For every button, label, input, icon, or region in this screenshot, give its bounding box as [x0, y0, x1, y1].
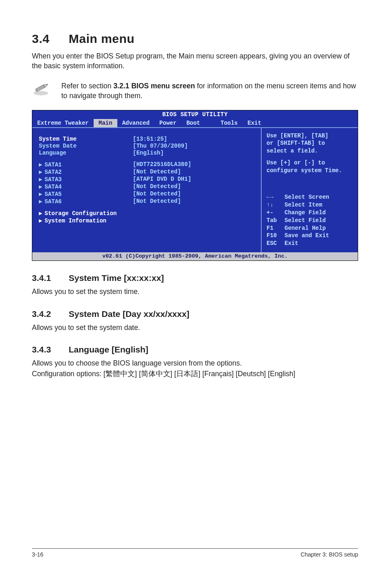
row-system-date[interactable]: System Date [Thu 07/30/2009] [39, 143, 257, 149]
val-sata1: [HDT722516DLA380] [133, 161, 191, 168]
bios-tab-extreme[interactable]: Extreme Tweaker [32, 119, 94, 127]
lbl-system-time: System Time [39, 136, 133, 142]
help-l5: configure system Time. [267, 167, 354, 175]
sub-num-343: 3.4.3 [32, 345, 69, 355]
row-system-time[interactable]: System Time [13:51:25] [39, 136, 257, 142]
section-title-text: Main menu [69, 32, 134, 45]
lbl-sata5: SATA5 [45, 191, 62, 197]
lbl-sata1: SATA1 [45, 162, 62, 168]
triangle-icon: ▶ [39, 217, 45, 224]
val-sata6: [Not Detected] [133, 198, 181, 205]
section-heading: 3.4Main menu [32, 32, 358, 46]
key-d1: Select Item [285, 201, 354, 209]
sub-title-343: Language [English] [69, 345, 148, 354]
lbl-sata6: SATA6 [45, 198, 62, 205]
bios-tab-advanced[interactable]: Advanced [117, 119, 155, 127]
sub-title-342: System Date [Day xx/xx/xxxx] [69, 309, 189, 319]
key-d3: Select Field [285, 217, 354, 224]
footer-page-number: 3-16 [32, 551, 43, 558]
triangle-icon: ▶ [39, 191, 45, 197]
row-sata4[interactable]: ▶SATA4 [Not Detected] [39, 183, 257, 190]
key-d4: General Help [285, 224, 354, 232]
help-l3: select a field. [267, 147, 354, 155]
note-pre: Refer to section [61, 82, 113, 90]
help-l2: or [SHIFT-TAB] to [267, 139, 354, 147]
note-text: Refer to section 3.2.1 BIOS menu screen … [61, 81, 358, 101]
sub-body-341: Allows you to set the system time. [32, 287, 358, 297]
row-sata1[interactable]: ▶SATA1 [HDT722516DLA380] [39, 161, 257, 168]
note-block: Refer to section 3.2.1 BIOS menu screen … [32, 81, 358, 101]
sub-body-343a: Allows you to choose the BIOS language v… [32, 359, 358, 368]
lbl-storage-config: Storage Configuration [45, 210, 117, 217]
bios-left-pane: System Time [13:51:25] System Date [Thu … [32, 128, 262, 253]
sub-heading-341: 3.4.1System Time [xx:xx:xx] [32, 273, 358, 283]
lbl-system-info: System Information [45, 218, 106, 224]
key-d5: Save and Exit [285, 232, 354, 240]
triangle-icon: ▶ [39, 161, 45, 168]
bios-screenshot: BIOS SETUP UTILITY Extreme Tweaker Main … [32, 110, 358, 261]
triangle-icon: ▶ [39, 183, 45, 190]
lbl-sata2: SATA2 [45, 169, 62, 175]
key-arrows-lr: ←→ [267, 193, 285, 201]
triangle-icon: ▶ [39, 176, 45, 183]
pencil-note-icon [32, 81, 50, 98]
note-bold: 3.2.1 BIOS menu screen [113, 82, 195, 90]
sub-heading-342: 3.4.2System Date [Day xx/xx/xxxx] [32, 309, 358, 319]
lbl-sata3: SATA3 [45, 176, 62, 183]
triangle-icon: ▶ [39, 168, 45, 175]
row-sata2[interactable]: ▶SATA2 [Not Detected] [39, 168, 257, 175]
key-f10: F10 [267, 232, 285, 240]
lbl-system-date: System Date [39, 143, 133, 149]
triangle-icon: ▶ [39, 198, 45, 205]
val-system-date: [Thu 07/30/2009] [133, 143, 188, 149]
bios-help-pane: Use [ENTER], [TAB] or [SHIFT-TAB] to sel… [262, 128, 358, 253]
key-arrows-ud: ↑↓ [267, 201, 285, 209]
footer-chapter: Chapter 3: BIOS setup [300, 551, 358, 558]
help-l1: Use [ENTER], [TAB] [267, 132, 354, 140]
page-footer: 3-16 Chapter 3: BIOS setup [32, 548, 358, 558]
bios-title: BIOS SETUP UTILITY [32, 110, 358, 119]
bios-copyright: v02.61 (C)Copyright 1985-2009, American … [32, 252, 358, 260]
key-esc: ESC [267, 240, 285, 247]
key-d0: Select Screen [285, 193, 354, 201]
val-sata4: [Not Detected] [133, 183, 181, 190]
lbl-sata4: SATA4 [45, 184, 62, 190]
row-sata5[interactable]: ▶SATA5 [Not Detected] [39, 191, 257, 197]
sub-title-341: System Time [xx:xx:xx] [69, 273, 164, 283]
val-sata5: [Not Detected] [133, 191, 181, 197]
row-sata6[interactable]: ▶SATA6 [Not Detected] [39, 198, 257, 205]
sub-num-341: 3.4.1 [32, 273, 69, 283]
sub-body-342: Allows you to set the system date. [32, 323, 358, 333]
help-l4: Use [+] or [-] to [267, 159, 354, 167]
key-d6: Exit [285, 240, 354, 247]
val-system-time: [13:51:25] [133, 136, 167, 142]
row-system-info[interactable]: ▶System Information [39, 217, 257, 224]
bios-key-legend: ←→Select Screen ↑↓Select Item +-Change F… [267, 193, 354, 247]
section-number: 3.4 [32, 32, 69, 46]
bios-tab-power[interactable]: Power [155, 119, 182, 127]
row-storage-config[interactable]: ▶Storage Configuration [39, 210, 257, 217]
val-sata2: [Not Detected] [133, 168, 181, 175]
bios-tab-tools[interactable]: Tools [215, 119, 242, 127]
bios-menubar: Extreme Tweaker Main Advanced Power Boot… [32, 119, 358, 127]
intro-paragraph: When you enter the BIOS Setup program, t… [32, 52, 358, 71]
sub-num-342: 3.4.2 [32, 309, 69, 319]
lbl-language: Language [39, 150, 133, 156]
key-plusminus: +- [267, 209, 285, 217]
sub-body-343b: Configuration options: [繁體中文] [简体中文] [日本… [32, 369, 358, 379]
val-sata3: [ATAPI DVD D DH1] [133, 176, 191, 183]
key-tab: Tab [267, 217, 285, 224]
key-f1: F1 [267, 224, 285, 232]
sub-heading-343: 3.4.3Language [English] [32, 345, 358, 355]
val-language: [English] [133, 150, 164, 156]
row-language[interactable]: Language [English] [39, 150, 257, 156]
bios-tab-main[interactable]: Main [94, 119, 117, 127]
bios-tab-exit[interactable]: Exit [243, 119, 267, 127]
bios-tab-boot[interactable]: Boot [182, 119, 205, 127]
triangle-icon: ▶ [39, 210, 45, 217]
row-sata3[interactable]: ▶SATA3 [ATAPI DVD D DH1] [39, 176, 257, 183]
key-d2: Change Field [285, 209, 354, 217]
svg-point-0 [34, 91, 48, 96]
